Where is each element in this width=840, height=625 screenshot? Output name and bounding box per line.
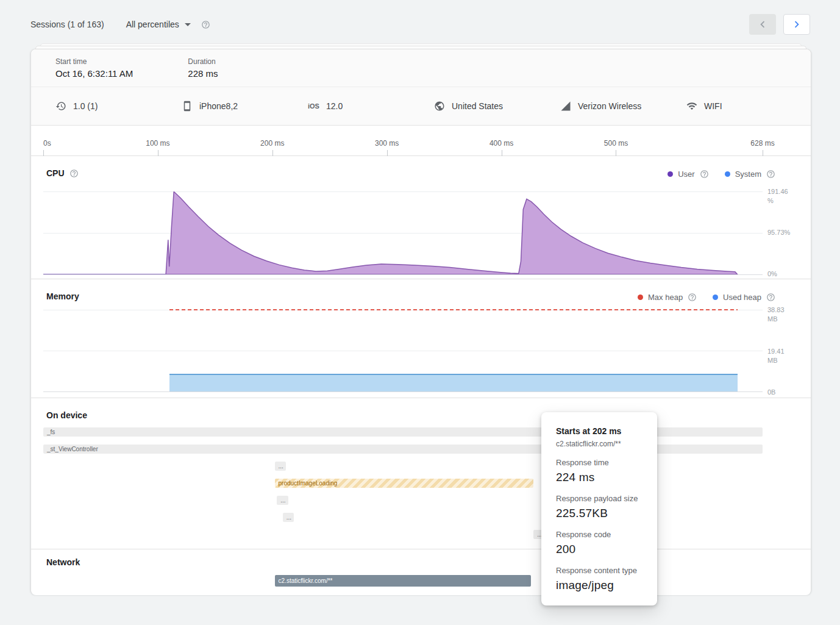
network-title-text: Network	[46, 557, 80, 567]
ondevice-section-title: On device	[46, 410, 87, 420]
smartphone-icon	[182, 101, 193, 112]
device-country: United States	[434, 101, 560, 112]
memory-ymid-label: 19.41MB	[767, 347, 805, 365]
legend-item: User	[667, 170, 708, 179]
chevron-left-icon	[756, 18, 769, 31]
gridline	[43, 274, 763, 275]
help-icon[interactable]	[766, 293, 775, 302]
chevron-right-icon	[790, 18, 803, 31]
timeline-ruler: 0s100 ms200 ms300 ms400 ms500 ms628 ms	[31, 126, 811, 156]
memory-ymax-label: 38.83MB	[767, 305, 805, 324]
ondevice-title-text: On device	[46, 410, 87, 420]
tooltip-row-value: 224 ms	[556, 471, 642, 484]
trace-bar[interactable]: ...	[283, 513, 294, 522]
ios-icon: iOS	[308, 102, 319, 110]
network-request-bar[interactable]: c2.staticflickr.com/**	[275, 575, 532, 587]
timeline-tick-label: 200 ms	[260, 139, 284, 148]
cpu-ymid-label: 95.73%	[767, 228, 805, 237]
tooltip-row-label: Response payload size	[556, 494, 642, 503]
app-version-value: 1.0 (1)	[73, 101, 98, 111]
timeline-tick-label: 400 ms	[489, 139, 513, 148]
tooltip-row-label: Response time	[556, 458, 642, 467]
trace-bar[interactable]: ...	[275, 462, 287, 471]
trace-bar[interactable]: ...	[277, 496, 288, 505]
cpu-ymax-label: 191.46%	[767, 187, 805, 205]
device-model-value: iPhone8,2	[199, 101, 238, 111]
percentiles-dropdown[interactable]: All percentiles	[126, 20, 191, 29]
tooltip-title: Starts at 202 ms	[556, 426, 642, 436]
wifi-icon	[686, 101, 697, 112]
used-heap-bar	[169, 374, 738, 391]
session-card: Start time Oct 16, 6:32:11 AM Duration 2…	[30, 49, 811, 595]
trace-bar[interactable]: productImageLoading	[275, 479, 534, 488]
memory-ymin-label: 0B	[767, 388, 805, 397]
start-time-value: Oct 16, 6:32:11 AM	[55, 68, 133, 79]
timeline-tick-label: 100 ms	[146, 139, 169, 148]
connection-value: WIFI	[704, 101, 722, 111]
chevron-down-icon	[185, 23, 191, 26]
duration-value: 228 ms	[188, 68, 218, 79]
timeline-tick-label: 300 ms	[375, 139, 399, 148]
legend-dot-icon	[667, 171, 673, 177]
cpu-legend: UserSystem	[667, 170, 775, 179]
memory-chart[interactable]	[43, 279, 763, 398]
os-version-value: 12.0	[326, 101, 343, 111]
carrier-value: Verizon Wireless	[578, 101, 641, 111]
cpu-chart[interactable]	[43, 191, 763, 274]
network-request-tooltip: Starts at 202 ms c2.staticflickr.com/** …	[541, 412, 657, 605]
network-section: Network c2.staticflickr.com/**	[31, 549, 811, 595]
session-nav	[749, 14, 810, 35]
tooltip-row-label: Response code	[556, 530, 642, 539]
next-session-button[interactable]	[783, 14, 810, 35]
cpu-ymin-label: 0%	[767, 270, 805, 279]
legend-item: System	[725, 170, 775, 179]
cpu-section: CPU UserSystem 191.46% 95.73% 0%	[31, 156, 811, 279]
cellular-signal-icon	[560, 101, 571, 112]
legend-label: User	[678, 170, 694, 179]
help-icon[interactable]	[201, 20, 210, 29]
tooltip-rows: Response time224 msResponse payload size…	[556, 458, 642, 592]
tooltip-row: Response payload size225.57KB	[556, 494, 642, 520]
start-time-field: Start time Oct 16, 6:32:11 AM	[55, 57, 133, 87]
tooltip-row: Response code200	[556, 530, 642, 556]
device-carrier: Verizon Wireless	[560, 101, 686, 112]
percentiles-dropdown-label: All percentiles	[126, 20, 179, 29]
device-model: iPhone8,2	[182, 101, 308, 112]
cpu-user-series	[43, 191, 738, 274]
tooltip-row-value: 225.57KB	[556, 507, 642, 520]
help-icon[interactable]	[700, 170, 709, 179]
tooltip-row: Response time224 ms	[556, 458, 642, 484]
tooltip-row: Response content typeimage/jpeg	[556, 566, 642, 592]
help-icon[interactable]	[69, 169, 79, 178]
duration-label: Duration	[188, 57, 218, 66]
legend-label: System	[735, 170, 761, 179]
previous-session-button[interactable]	[749, 14, 776, 35]
country-value: United States	[452, 101, 503, 111]
cpu-section-title: CPU	[46, 168, 79, 178]
legend-dot-icon	[725, 171, 730, 177]
max-heap-line	[169, 309, 738, 310]
timeline-ruler-track: 0s100 ms200 ms300 ms400 ms500 ms628 ms	[43, 126, 763, 155]
session-header: Start time Oct 16, 6:32:11 AM Duration 2…	[31, 49, 811, 87]
tooltip-row-value: image/jpeg	[556, 579, 642, 592]
device-os: iOS 12.0	[308, 101, 434, 111]
tooltip-row-value: 200	[556, 543, 642, 556]
start-time-label: Start time	[55, 57, 133, 66]
sessions-count-label: Sessions (1 of 163)	[30, 20, 104, 29]
globe-icon	[434, 101, 445, 112]
help-icon[interactable]	[766, 170, 775, 179]
duration-field: Duration 228 ms	[188, 57, 218, 87]
ondevice-section: On device _fs_st_ViewController...produc…	[31, 398, 811, 549]
tooltip-row-label: Response content type	[556, 566, 642, 575]
timeline-tick-label: 500 ms	[604, 139, 628, 148]
cpu-title-text: CPU	[46, 168, 65, 178]
network-section-title: Network	[46, 557, 80, 567]
session-card-stack: Start time Oct 16, 6:32:11 AM Duration 2…	[30, 49, 811, 595]
timeline-tick-label: 628 ms	[750, 139, 774, 148]
memory-section: Memory Max heapUsed heap 38.83MB 19.41MB…	[31, 279, 811, 398]
device-attributes-row: 1.0 (1) iPhone8,2 iOS 12.0 United States…	[31, 87, 811, 126]
device-connection: WIFI	[686, 101, 722, 112]
device-app-version: 1.0 (1)	[55, 101, 182, 112]
tooltip-url: c2.staticflickr.com/**	[556, 440, 642, 448]
timeline-tick-label: 0s	[43, 139, 51, 148]
